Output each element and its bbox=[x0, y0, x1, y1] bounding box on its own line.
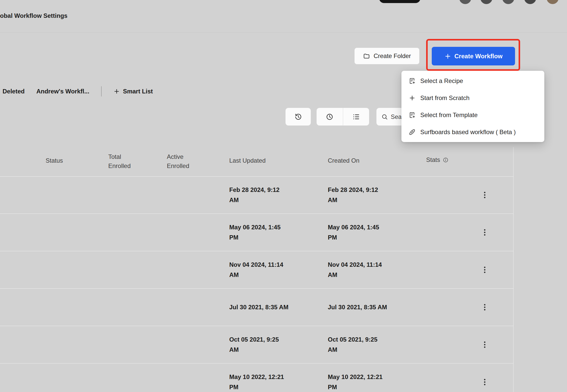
page-title: obal Workflow Settings bbox=[0, 12, 68, 19]
cutoff-top-control[interactable] bbox=[379, 0, 421, 3]
list-icon bbox=[352, 113, 360, 121]
kebab-icon bbox=[480, 265, 489, 274]
created-on-cell: May 06 2024, 1:45 PM bbox=[328, 214, 388, 251]
workflow-tabs: Deleted Andrew's Workfl... Smart List bbox=[3, 86, 153, 96]
smart-list-button[interactable]: Smart List bbox=[113, 88, 153, 95]
kebab-icon bbox=[480, 340, 489, 349]
menu-item-start-from-scratch[interactable]: Start from Scratch bbox=[401, 89, 544, 106]
create-workflow-button[interactable]: Create Workflow bbox=[432, 47, 515, 65]
folder-icon bbox=[363, 52, 370, 60]
created-on-value: Feb 28 2024, 9:12 AM bbox=[328, 185, 388, 205]
created-on-value: May 06 2024, 1:45 PM bbox=[328, 222, 388, 243]
menu-item-select-from-template[interactable]: Select from Template bbox=[401, 106, 544, 123]
table-header: Status Total Enrolled Active Enrolled La… bbox=[0, 147, 513, 177]
last-updated-cell: Jul 30 2021, 8:35 AM bbox=[229, 289, 289, 326]
clock-view-button[interactable] bbox=[317, 108, 343, 125]
tab-deleted[interactable]: Deleted bbox=[3, 88, 25, 95]
avatar[interactable] bbox=[502, 0, 514, 4]
menu-item-label: Surfboards based workflow ( Beta ) bbox=[420, 129, 516, 136]
history-icon bbox=[294, 113, 302, 121]
table-row: Feb 28 2024, 9:12 AM Feb 28 2024, 9:12 A… bbox=[0, 176, 513, 214]
last-updated-value: Jul 30 2021, 8:35 AM bbox=[229, 302, 289, 312]
created-on-cell: Nov 04 2024, 11:14 AM bbox=[328, 251, 388, 288]
avatar[interactable] bbox=[459, 0, 471, 4]
menu-item-select-a-recipe[interactable]: Select a Recipe bbox=[401, 72, 544, 89]
last-updated-value: May 10 2022, 12:21 PM bbox=[229, 372, 289, 392]
info-icon[interactable] bbox=[443, 157, 449, 163]
row-actions-kebab-button[interactable] bbox=[477, 374, 493, 390]
avatar[interactable] bbox=[480, 0, 492, 4]
created-on-cell: May 10 2022, 12:21 PM bbox=[328, 363, 388, 392]
created-on-value: Nov 04 2024, 11:14 AM bbox=[328, 260, 388, 280]
view-toggle-group bbox=[316, 108, 369, 126]
plus-icon bbox=[444, 53, 451, 60]
created-on-value: May 10 2022, 12:21 PM bbox=[328, 372, 388, 392]
created-on-cell: Oct 05 2021, 9:25 AM bbox=[328, 326, 388, 363]
kebab-icon bbox=[480, 303, 489, 312]
recipe-plus-icon bbox=[409, 77, 416, 85]
table-body: Feb 28 2024, 9:12 AM Feb 28 2024, 9:12 A… bbox=[0, 176, 513, 392]
column-header-active-enrolled: Active Enrolled bbox=[167, 152, 195, 171]
row-actions-kebab-button[interactable] bbox=[477, 225, 493, 240]
last-updated-value: Nov 04 2024, 11:14 AM bbox=[229, 260, 289, 280]
created-on-value: Jul 30 2021, 8:35 AM bbox=[328, 302, 387, 312]
table-right-border bbox=[513, 147, 514, 392]
created-on-cell: Jul 30 2021, 8:35 AM bbox=[328, 289, 388, 326]
smart-list-label: Smart List bbox=[123, 88, 153, 95]
row-actions-kebab-button[interactable] bbox=[477, 262, 493, 278]
kebab-icon bbox=[480, 228, 489, 237]
last-updated-cell: May 10 2022, 12:21 PM bbox=[229, 363, 289, 392]
column-header-created-on: Created On bbox=[328, 157, 359, 164]
tab-andrews-workflows[interactable]: Andrew's Workfl... bbox=[36, 88, 89, 95]
plus-icon bbox=[409, 94, 416, 102]
row-actions-kebab-button[interactable] bbox=[477, 299, 493, 315]
surfboard-icon bbox=[409, 129, 416, 136]
create-workflow-label: Create Workflow bbox=[454, 53, 503, 60]
create-workflow-menu: Select a Recipe Start from Scratch Selec… bbox=[401, 71, 544, 142]
created-on-cell: Feb 28 2024, 9:12 AM bbox=[328, 176, 388, 214]
menu-item-surfboards-workflow[interactable]: Surfboards based workflow ( Beta ) bbox=[401, 123, 544, 141]
menu-item-label: Select from Template bbox=[420, 111, 478, 119]
create-folder-label: Create Folder bbox=[374, 52, 411, 60]
create-folder-button[interactable]: Create Folder bbox=[354, 48, 420, 64]
last-updated-cell: Feb 28 2024, 9:12 AM bbox=[229, 176, 289, 214]
last-updated-cell: May 06 2024, 1:45 PM bbox=[229, 214, 289, 251]
kebab-icon bbox=[480, 190, 489, 200]
workflow-list-page: obal Workflow Settings Create Folder Cre… bbox=[0, 0, 567, 392]
template-plus-icon bbox=[409, 111, 416, 119]
list-view-button[interactable] bbox=[343, 108, 369, 125]
clock-icon bbox=[326, 113, 334, 121]
column-header-status: Status bbox=[46, 157, 63, 164]
row-actions-kebab-button[interactable] bbox=[477, 337, 493, 353]
table-row: Jul 30 2021, 8:35 AM Jul 30 2021, 8:35 A… bbox=[0, 289, 513, 326]
topbar-divider bbox=[0, 32, 567, 33]
avatar[interactable] bbox=[524, 0, 536, 4]
row-actions-kebab-button[interactable] bbox=[477, 187, 493, 203]
last-updated-value: Feb 28 2024, 9:12 AM bbox=[229, 185, 289, 205]
last-updated-value: Oct 05 2021, 9:25 AM bbox=[229, 334, 289, 355]
kebab-icon bbox=[480, 377, 489, 387]
created-on-value: Oct 05 2021, 9:25 AM bbox=[328, 334, 388, 355]
table-row: Nov 04 2024, 11:14 AM Nov 04 2024, 11:14… bbox=[0, 251, 513, 289]
table-row: May 10 2022, 12:21 PM May 10 2022, 12:21… bbox=[0, 363, 513, 392]
column-header-stats: Stats bbox=[426, 156, 449, 163]
search-icon bbox=[381, 113, 388, 120]
plus-icon bbox=[113, 88, 120, 95]
avatar[interactable] bbox=[547, 0, 559, 4]
last-updated-value: May 06 2024, 1:45 PM bbox=[229, 222, 289, 243]
tabs-divider bbox=[101, 86, 102, 96]
table-row: May 06 2024, 1:45 PM May 06 2024, 1:45 P… bbox=[0, 214, 513, 251]
stats-header-label: Stats bbox=[426, 156, 440, 163]
column-header-last-updated: Last Updated bbox=[229, 157, 266, 164]
menu-item-label: Select a Recipe bbox=[420, 77, 463, 85]
history-button[interactable] bbox=[285, 108, 311, 126]
last-updated-cell: Nov 04 2024, 11:14 AM bbox=[229, 251, 289, 288]
last-updated-cell: Oct 05 2021, 9:25 AM bbox=[229, 326, 289, 363]
table-row: Oct 05 2021, 9:25 AM Oct 05 2021, 9:25 A… bbox=[0, 326, 513, 363]
menu-item-label: Start from Scratch bbox=[420, 94, 469, 102]
column-header-total-enrolled: Total Enrolled bbox=[108, 152, 137, 171]
